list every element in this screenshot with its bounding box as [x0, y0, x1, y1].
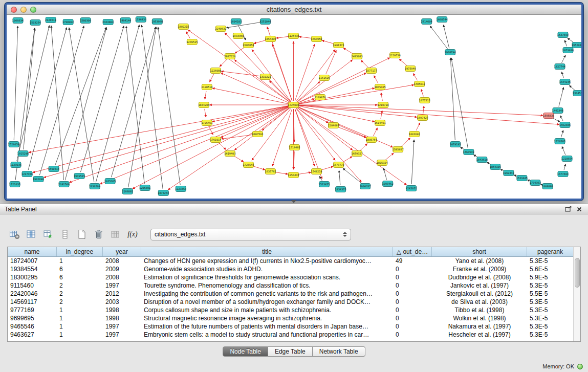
graph-node[interactable]: 1887220 — [224, 54, 235, 59]
graph-node[interactable]: 1843618 — [476, 157, 488, 163]
graph-node[interactable]: 1834206 — [198, 102, 209, 108]
splitter-arrow-icon[interactable] — [291, 200, 296, 203]
column-header-name[interactable]: name — [8, 247, 57, 256]
table-row[interactable]: 2242004622012Investigating the contribut… — [8, 290, 574, 298]
graph-node[interactable]: 1915298 — [17, 151, 29, 157]
row-height-icon[interactable] — [59, 228, 71, 240]
graph-node[interactable]: 1902096 — [33, 177, 44, 182]
graph-node[interactable]: 1590515 — [48, 166, 59, 172]
graph-node[interactable]: 1805324 — [377, 160, 388, 166]
import-table-icon[interactable] — [110, 228, 122, 240]
graph-node[interactable]: 1123353 — [175, 186, 186, 192]
graph-node[interactable]: 1827744 — [554, 64, 565, 70]
graph-node[interactable]: 1485012 — [414, 81, 425, 87]
zoom-window-button[interactable] — [30, 7, 36, 13]
graph-node[interactable]: 1485083 — [352, 54, 363, 59]
graph-node[interactable]: 1875105 — [375, 84, 386, 90]
float-panel-icon[interactable] — [564, 206, 572, 213]
tab-node-table[interactable]: Node Table — [223, 346, 268, 357]
function-builder-icon[interactable]: f(x) — [126, 228, 139, 240]
graph-node[interactable]: 1679195 — [450, 142, 461, 147]
table-row[interactable]: 1872400712008Changes of HCN gene express… — [8, 257, 574, 265]
graph-node[interactable]: 1668744 — [437, 17, 448, 23]
graph-node[interactable]: 1467919 — [463, 149, 474, 155]
graph-node[interactable]: 2814604 — [421, 19, 432, 25]
table-row[interactable]: 946362711997Embryonic stem cells: a mode… — [8, 331, 574, 339]
graph-node[interactable]: 1548219 — [311, 169, 322, 174]
close-window-button[interactable] — [11, 7, 17, 13]
graph-node[interactable]: 1219739 — [389, 53, 401, 58]
graph-node[interactable]: 1536433 — [135, 17, 146, 23]
graph-node[interactable]: 1952089 — [572, 42, 581, 48]
graph-node[interactable]: 1253415 — [288, 172, 299, 178]
graph-node[interactable]: 1725461 — [201, 120, 212, 126]
graph-node[interactable]: 1577177 — [366, 68, 377, 74]
graph-node[interactable]: 1109876 — [315, 95, 326, 100]
graph-node[interactable]: 1662386 — [559, 122, 571, 128]
graph-node[interactable]: 1595838 — [543, 113, 554, 119]
graph-node[interactable]: 1659327 — [352, 151, 363, 157]
table-row[interactable]: 911546021997Tourette syndrome. Phenomeno… — [8, 281, 574, 290]
graph-node[interactable]: 1895754 — [366, 137, 377, 143]
graph-node[interactable]: 8251044 — [260, 19, 271, 25]
network-canvas[interactable]: 1724096112543816639501961371148508315771… — [7, 15, 581, 199]
graph-node[interactable]: 1441348 — [552, 108, 563, 114]
delete-table-icon[interactable] — [93, 228, 105, 240]
graph-node[interactable]: 9245052 — [406, 186, 417, 191]
graph-node[interactable]: 1514491 — [375, 120, 386, 126]
graph-node[interactable]: 2204697 — [328, 123, 339, 128]
graph-node[interactable]: 2206858 — [243, 42, 254, 48]
table-row[interactable]: 946554611997Estimation of the future num… — [8, 322, 574, 331]
graph-node[interactable]: 1635762 — [265, 169, 276, 174]
graph-node[interactable]: 2128518 — [201, 84, 212, 90]
graph-node[interactable]: 1537599 — [557, 32, 569, 38]
graph-node[interactable]: 1673770 — [333, 162, 344, 168]
graph-node[interactable]: 1919515 — [74, 173, 85, 179]
graph-node[interactable]: 2463804 — [102, 19, 114, 25]
graph-node[interactable]: 1726585 — [554, 139, 565, 144]
graph-node[interactable]: 1975949 — [405, 66, 416, 72]
graph-node[interactable]: 1494144 — [120, 18, 131, 24]
graph-node[interactable]: 1915365 — [104, 179, 116, 184]
graph-node[interactable]: 9807593 — [252, 132, 263, 137]
graph-node[interactable]: 1953960 — [151, 19, 163, 25]
graph-node[interactable]: 1644235 — [559, 79, 571, 85]
minimize-window-button[interactable] — [20, 7, 27, 13]
graph-node[interactable]: 1875264 — [158, 190, 169, 196]
graph-node[interactable]: 2242566 — [58, 182, 70, 187]
graph-node[interactable]: 1210654 — [561, 156, 573, 162]
graph-node[interactable]: 1708902 — [62, 19, 74, 25]
graph-node[interactable]: 1968794 — [445, 50, 456, 55]
graph-node[interactable]: 1677515 — [419, 98, 430, 103]
graph-node[interactable]: 1794363 — [530, 180, 541, 186]
table-row[interactable]: 969969511998Structural magnetic resonanc… — [8, 314, 574, 322]
new-table-icon[interactable] — [76, 228, 88, 240]
window-titlebar[interactable]: citations_edges.txt — [7, 5, 581, 15]
table-selector[interactable]: citations_edges.txt — [150, 229, 351, 240]
column-header-year[interactable]: year — [103, 247, 141, 256]
graph-node[interactable]: 1239515 — [186, 39, 198, 45]
graph-node[interactable]: 1993462 — [382, 181, 394, 187]
graph-node[interactable]: 1619403 — [224, 151, 235, 157]
graph-node[interactable]: 1513455 — [319, 182, 330, 187]
close-panel-icon[interactable] — [575, 206, 583, 213]
table-row[interactable]: 1830029562008Estimation of significance … — [8, 273, 574, 281]
table-mode-icon[interactable] — [8, 228, 20, 240]
new-column-icon[interactable] — [42, 228, 54, 240]
graph-node[interactable]: 1854106 — [490, 164, 501, 170]
graph-node[interactable]: 1205301 — [139, 185, 150, 191]
graph-node[interactable]: 2526059 — [8, 142, 19, 147]
graph-node[interactable]: 1217356 — [21, 171, 33, 177]
column-header-out_degree[interactable]: △ out_de… — [393, 247, 432, 256]
graph-node[interactable]: 1121035 — [9, 182, 20, 187]
graph-node[interactable]: 1973486 — [562, 48, 574, 53]
graph-node[interactable]: 1226088 — [210, 68, 221, 74]
graph-node[interactable]: 1601692 — [409, 132, 420, 137]
graph-node[interactable]: 1503254 — [30, 20, 41, 26]
graph-node[interactable]: 1961371 — [333, 42, 344, 48]
graph-node[interactable]: 1854396 — [265, 36, 276, 42]
graph-node[interactable]: 1210718 — [378, 102, 389, 108]
graph-node[interactable]: 1962442 — [503, 170, 514, 176]
graph-node[interactable]: 1697427 — [417, 115, 428, 121]
graph-node[interactable]: 1933958 — [232, 33, 244, 39]
